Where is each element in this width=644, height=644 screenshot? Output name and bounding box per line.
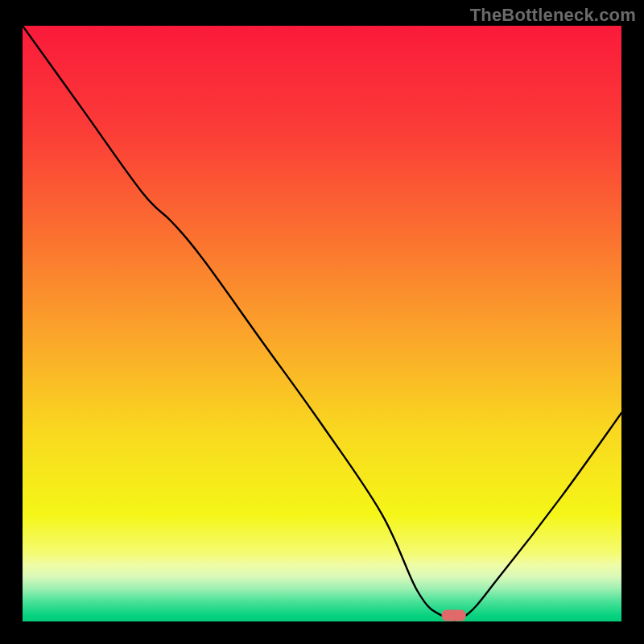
chart-svg xyxy=(23,26,621,621)
chart-frame: TheBottleneck.com xyxy=(0,0,644,644)
watermark-text: TheBottleneck.com xyxy=(470,5,636,26)
chart-plot-area xyxy=(23,26,621,621)
optimal-marker xyxy=(442,610,466,621)
gradient-background xyxy=(23,26,621,621)
